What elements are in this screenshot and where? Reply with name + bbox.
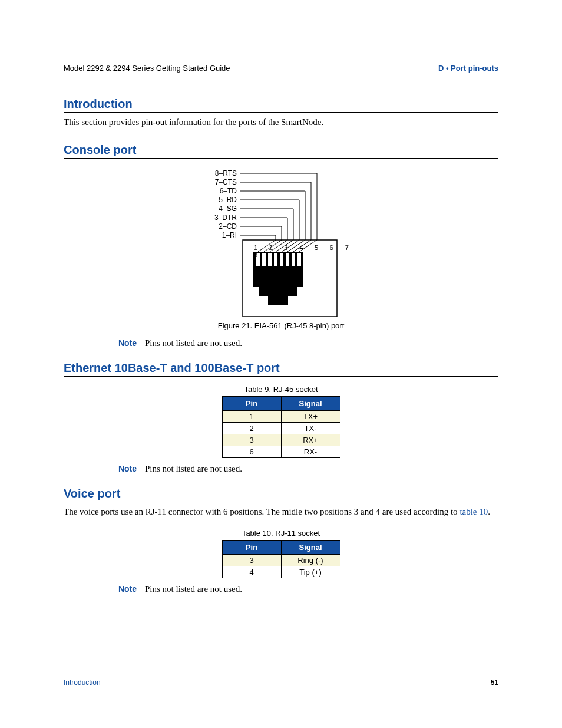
note-text: Pins not listed are not used.	[145, 584, 242, 594]
table-row: 2 TX-	[222, 423, 340, 434]
pin-label: 2–CD	[207, 222, 237, 231]
figure-21-caption: Figure 21. EIA-561 (RJ-45 8-pin) port	[64, 321, 498, 330]
rj45-pin-labels: 8–RTS 7–CTS 6–TD 5–RD 4–SG 3–DTR 2–CD 1–…	[207, 169, 237, 240]
col-pin: Pin	[222, 397, 281, 411]
link-table-10[interactable]: table 10	[459, 507, 488, 516]
heading-console-port: Console port	[64, 143, 498, 159]
heading-voice-port: Voice port	[64, 487, 498, 502]
cell-signal: Ring (-)	[281, 554, 340, 566]
voice-body-post: .	[488, 507, 490, 516]
col-pin: Pin	[222, 540, 281, 554]
cell-pin: 3	[222, 554, 281, 566]
pin-label: 4–SG	[207, 205, 237, 213]
page-footer: Introduction 51	[64, 678, 498, 687]
table-row: 1 TX+	[222, 411, 340, 423]
header-left: Model 2292 & 2294 Series Getting Started…	[64, 64, 230, 73]
header-right: D • Port pin-outs	[438, 64, 498, 73]
table-10-caption: Table 10. RJ-11 socket	[64, 529, 498, 538]
cell-signal: TX-	[281, 423, 340, 434]
cell-signal: RX+	[281, 434, 340, 446]
cell-pin: 6	[222, 446, 281, 458]
note-console: Note Pins not listed are not used.	[64, 338, 498, 348]
cell-pin: 2	[222, 423, 281, 434]
cell-pin: 4	[222, 566, 281, 578]
table-row: 4 Tip (+)	[222, 566, 340, 578]
note-voice: Note Pins not listed are not used.	[64, 584, 498, 594]
note-label: Note	[105, 584, 137, 594]
table-row: 3 RX+	[222, 434, 340, 446]
cell-signal: Tip (+)	[281, 566, 340, 578]
table-rj45-socket: Pin Signal 1 TX+ 2 TX- 3 RX+ 6 RX-	[222, 396, 340, 458]
rj45-diagram: 8–RTS 7–CTS 6–TD 5–RD 4–SG 3–DTR 2–CD 1–…	[207, 169, 355, 317]
note-ethernet: Note Pins not listed are not used.	[64, 464, 498, 474]
cell-pin: 3	[222, 434, 281, 446]
footer-page-number: 51	[491, 678, 498, 687]
cell-pin: 1	[222, 411, 281, 423]
pin-label: 7–CTS	[207, 178, 237, 187]
pin-label: 6–TD	[207, 187, 237, 196]
table-row: 3 Ring (-)	[222, 554, 340, 566]
pin-label: 1–RI	[207, 231, 237, 240]
col-signal: Signal	[281, 540, 340, 554]
note-text: Pins not listed are not used.	[145, 338, 242, 348]
pin-label: 3–DTR	[207, 213, 237, 222]
table-header-row: Pin Signal	[222, 540, 340, 554]
table-9-caption: Table 9. RJ-45 socket	[64, 385, 498, 394]
note-label: Note	[105, 464, 137, 473]
table-row: 6 RX-	[222, 446, 340, 458]
pin-label: 8–RTS	[207, 169, 237, 178]
rj45-pin-numbers: 1 2 3 4 5 6 7 8	[254, 244, 355, 258]
col-signal: Signal	[281, 397, 340, 411]
pin-label: 5–RD	[207, 196, 237, 205]
intro-body: This section provides pin-out informatio…	[64, 116, 498, 128]
voice-body: The voice ports use an RJ-11 connector w…	[64, 506, 498, 518]
table-header-row: Pin Signal	[222, 397, 340, 411]
cell-signal: TX+	[281, 411, 340, 423]
table-rj11-socket: Pin Signal 3 Ring (-) 4 Tip (+)	[222, 540, 340, 578]
note-label: Note	[105, 338, 137, 348]
cell-signal: RX-	[281, 446, 340, 458]
footer-section-name: Introduction	[64, 678, 101, 687]
heading-ethernet-port: Ethernet 10Base-T and 100Base-T port	[64, 361, 498, 377]
voice-body-pre: The voice ports use an RJ-11 connector w…	[64, 507, 459, 516]
heading-introduction: Introduction	[64, 97, 498, 113]
note-text: Pins not listed are not used.	[145, 464, 242, 474]
running-header: Model 2292 & 2294 Series Getting Started…	[64, 64, 498, 73]
